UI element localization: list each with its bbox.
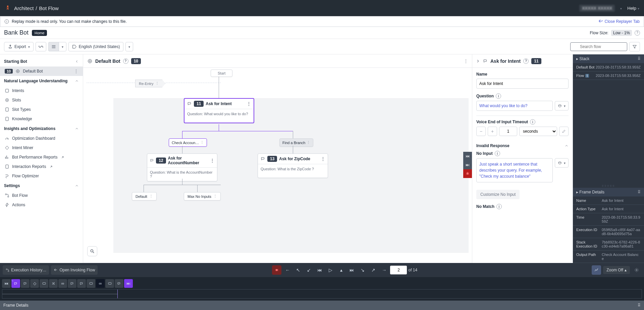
player-play-button[interactable]: ▷ (326, 265, 335, 275)
noinput-expand-button[interactable] (555, 158, 569, 168)
timeline-step-7-icon[interactable] (68, 279, 76, 288)
timeline-step-3-icon[interactable]: ◇ (30, 279, 39, 288)
question-input[interactable]: What would you like to do? (476, 101, 553, 111)
player-skip-start-button[interactable]: ⏮ (315, 265, 324, 275)
bottom-grip-icon[interactable]: ⠿ (638, 303, 641, 308)
sidebar-item-optimization-dashboard[interactable]: Optimization Dashboard (0, 134, 83, 143)
node-check-account[interactable]: Check Accoun…⋮ (169, 138, 207, 147)
player-back-button[interactable]: ← (283, 265, 292, 275)
timeout-unit-select[interactable]: seconds (519, 127, 557, 136)
node-menu-icon[interactable]: ⋮ (210, 158, 214, 163)
timeline-cursor[interactable] (117, 290, 118, 298)
node-ask-zip[interactable]: 13 Ask for ZipCode ⋮ Question: What is t… (258, 153, 328, 178)
player-skip-end-button[interactable]: ⏭ (347, 265, 357, 275)
canvas-menu-icon[interactable]: ⋮ (464, 59, 468, 63)
player-forward-button[interactable]: → (379, 265, 389, 275)
node-ask-account[interactable]: 12 Ask for AccountNumber ⋮ Question: Wha… (147, 153, 217, 181)
canvas-step-back-button[interactable]: ⏮ (463, 152, 472, 161)
frame-details-header[interactable]: ▸ Frame Details ⠿ (573, 188, 644, 196)
voice-help-icon[interactable]: i (530, 119, 535, 125)
canvas-body[interactable]: Start Re-Entry⋮ 11 Ask for Intent ⋮ Ques… (83, 68, 472, 263)
list-view-button[interactable] (48, 42, 59, 51)
sidebar-item-bot-flow[interactable]: Bot Flow (0, 191, 83, 200)
timeline-step-5-icon[interactable]: ⤮ (49, 279, 58, 288)
language-chevron[interactable] (125, 42, 133, 51)
timeline-step-10-icon[interactable]: ∞ (96, 279, 105, 288)
player-down-right-button[interactable]: ↘ (358, 265, 367, 275)
breadcrumb-architect[interactable]: Architect (14, 5, 34, 11)
stack-row[interactable]: Flowt 2023-08-31T15:58:33.958Z (573, 72, 644, 80)
node-default[interactable]: Default⋮ (132, 192, 157, 201)
timeline-step-11-icon[interactable] (105, 279, 114, 288)
sidebar-item-slots[interactable]: Slots (0, 95, 83, 105)
bottom-label[interactable]: Frame Details (3, 303, 29, 308)
node-max-no-inputs[interactable]: Max No Inputs⋮ (184, 192, 221, 201)
sidebar-section-starting-bot[interactable]: Starting Bot (0, 56, 83, 67)
open-invoking-flow-button[interactable]: Open Invoking Flow (51, 265, 98, 275)
timeline-step-9-icon[interactable] (87, 279, 95, 288)
timeout-plus-button[interactable]: + (488, 127, 497, 136)
sidebar-item-menu-icon[interactable]: ⋮ (74, 69, 78, 74)
sidebar-section-settings[interactable]: Settings (0, 181, 83, 191)
no-input-hint[interactable]: Just speak a short sentence that describ… (476, 158, 553, 182)
search-input[interactable] (570, 42, 627, 51)
timeout-input[interactable] (499, 127, 517, 136)
invalid-response-section[interactable]: Invalid Response (476, 141, 569, 151)
player-speed-button[interactable]: ▴ (336, 265, 346, 275)
chart-toggle-button[interactable] (592, 265, 601, 275)
question-expand-button[interactable] (555, 101, 569, 110)
timeout-edit-button[interactable] (559, 127, 569, 136)
frame-number-input[interactable] (390, 266, 407, 274)
props-help-icon[interactable]: ? (523, 58, 529, 64)
player-settings-button[interactable] (632, 265, 641, 275)
sidebar-item-interaction-reports[interactable]: Interaction Reports (0, 162, 83, 171)
user-menu-chevron-icon[interactable] (620, 6, 622, 11)
sidebar-item-actions[interactable]: Actions (0, 200, 83, 210)
timeline-step-1-icon[interactable]: ↘ (11, 279, 20, 288)
stack-grip-icon[interactable]: ⠿ (638, 56, 641, 61)
player-down-left-button[interactable]: ↙ (304, 265, 314, 275)
sidebar-item-flow-optimizer[interactable]: Flow Optimizer (0, 171, 83, 181)
node-start[interactable]: Start (211, 70, 232, 77)
flow-size-value[interactable]: Low - 1% (611, 30, 632, 36)
zoom-off-button[interactable]: Zoom Off ▴ (603, 266, 630, 274)
player-up-left-button[interactable]: ↖ (293, 265, 303, 275)
sidebar-item-default-bot[interactable]: 10 Default Bot ⋮ (0, 67, 83, 76)
stack-header[interactable]: ▸ Stack ⠿ (573, 54, 644, 63)
name-input[interactable] (476, 79, 569, 89)
nomatch-help-icon[interactable]: i (496, 204, 502, 209)
sidebar-item-knowledge[interactable]: Knowledge (0, 114, 83, 124)
user-chip[interactable]: XXXXX XXXXX (579, 5, 615, 12)
sidebar-section-insights[interactable]: Insights and Optimizations (0, 124, 83, 134)
close-replayer-button[interactable]: Close Replayer Tab (598, 19, 640, 24)
export-button[interactable]: Export (4, 42, 34, 51)
noinput-help-icon[interactable]: i (495, 151, 500, 156)
sidebar-item-slot-types[interactable]: Slot Types (0, 105, 83, 114)
canvas-bug-button[interactable] (463, 169, 472, 178)
node-menu-icon[interactable]: ⋮ (321, 157, 325, 161)
timeline-step-12-icon[interactable] (115, 279, 123, 288)
node-find-branch[interactable]: Find a Branch⋮ (279, 138, 313, 147)
timeline-step-4-icon[interactable] (40, 279, 48, 288)
canvas-zoom-button[interactable] (87, 246, 97, 256)
frame-grip-icon[interactable]: ⠿ (638, 190, 641, 194)
player-up-right-button[interactable]: ↗ (369, 265, 378, 275)
node-menu-icon[interactable]: ⋮ (247, 101, 251, 106)
execution-history-button[interactable]: Execution History… (3, 265, 49, 275)
sidebar-item-bot-performance[interactable]: Bot Performance Reports (0, 152, 83, 162)
timeline-track[interactable] (2, 289, 642, 299)
timeline-step-end-icon[interactable]: ⏭ (124, 279, 133, 288)
question-help-icon[interactable]: i (496, 93, 501, 99)
sidebar-item-intents[interactable]: Intents (0, 86, 83, 95)
node-reentry[interactable]: Re-Entry⋮ (135, 80, 165, 87)
timeline-step-2-icon[interactable] (21, 279, 30, 288)
customize-no-input-button[interactable]: Customize No Input (476, 190, 520, 199)
canvas-step-fwd-button[interactable]: ⏭ (463, 161, 472, 169)
filter-button[interactable] (629, 42, 640, 51)
node-ask-intent[interactable]: 11 Ask for Intent ⋮ Question: What would… (184, 98, 254, 123)
sidebar-item-intent-miner[interactable]: Intent Miner (0, 143, 83, 152)
canvas-help-icon[interactable]: ? (123, 58, 128, 64)
stack-row[interactable]: Default Bot 2023-08-31T15:58:33.959Z (573, 63, 644, 72)
timeout-minus-button[interactable]: − (476, 127, 486, 136)
player-bug-button[interactable] (272, 265, 281, 275)
